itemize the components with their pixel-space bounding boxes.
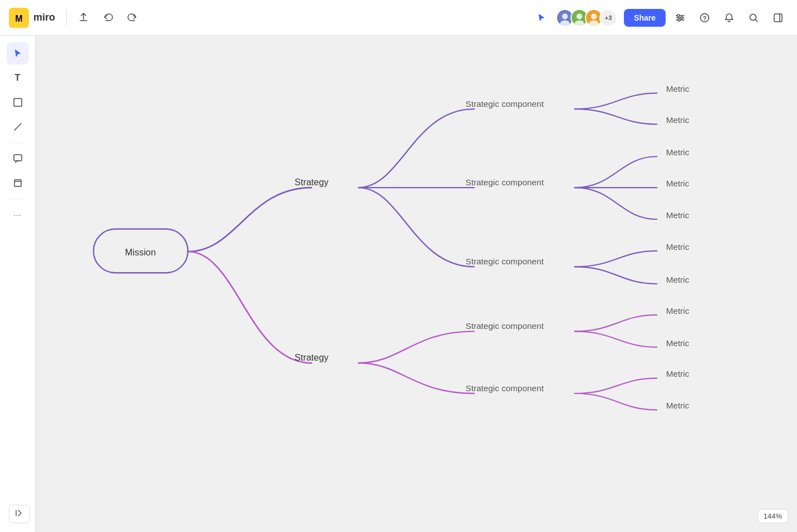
toolbar: M miro — [0, 0, 797, 36]
mission-label: Mission — [125, 247, 156, 257]
svg-rect-26 — [14, 180, 21, 186]
svg-point-9 — [591, 13, 597, 19]
settings-icon — [675, 13, 685, 23]
comment-icon — [13, 154, 23, 164]
svg-rect-23 — [14, 98, 22, 106]
settings-button[interactable] — [670, 8, 690, 28]
text-tool-icon: T — [15, 73, 21, 83]
help-button[interactable]: ? — [695, 8, 715, 28]
line-tool-icon — [13, 122, 23, 132]
svg-line-24 — [14, 124, 21, 130]
mindmap-svg: Mission Strategy Strategy Strategic comp… — [36, 36, 797, 532]
sc2-label: Strategic component — [465, 178, 544, 187]
cursor-tool[interactable] — [7, 42, 29, 65]
metric-10: Metric — [666, 369, 690, 378]
sticky-note-icon — [13, 97, 23, 107]
metric-5: Metric — [666, 210, 690, 220]
zoom-indicator: 144% — [757, 509, 788, 523]
cursor-tool-button[interactable] — [532, 8, 552, 28]
sidebar-separator-1 — [10, 142, 26, 143]
metric-7: Metric — [666, 275, 690, 284]
extra-collaborators-count: +3 — [599, 9, 617, 27]
notifications-button[interactable] — [719, 8, 739, 28]
metric-11: Metric — [666, 401, 690, 410]
miro-logo-icon: M — [9, 8, 29, 28]
redo-icon — [127, 13, 137, 23]
canvas[interactable]: Mission Strategy Strategy Strategic comp… — [36, 36, 797, 532]
metric-2: Metric — [666, 115, 690, 125]
svg-text:?: ? — [703, 14, 707, 21]
svg-point-6 — [577, 13, 583, 19]
logo: M miro — [9, 8, 55, 28]
svg-point-15 — [681, 17, 683, 19]
share-button[interactable]: Share — [624, 9, 666, 27]
more-tools[interactable]: ··· — [7, 204, 29, 226]
svg-point-16 — [678, 19, 680, 21]
sticky-note-tool[interactable] — [7, 91, 29, 114]
svg-rect-25 — [14, 155, 22, 161]
zoom-value: 144% — [764, 512, 782, 520]
cursor-tool-icon — [13, 48, 23, 58]
line-tool[interactable] — [7, 116, 29, 138]
frame-tool[interactable] — [7, 172, 29, 194]
sc4-label: Strategic component — [465, 321, 544, 331]
search-icon — [749, 13, 759, 23]
upload-icon — [78, 13, 88, 23]
metric-8: Metric — [666, 306, 690, 316]
sidebar-separator-2 — [10, 199, 26, 199]
left-sidebar: T ··· — [0, 36, 36, 532]
expand-icon — [15, 509, 24, 518]
toolbar-divider-1 — [66, 10, 67, 26]
undo-button[interactable] — [98, 8, 118, 28]
svg-text:M: M — [15, 14, 22, 23]
logo-text: miro — [33, 12, 55, 23]
toolbar-right: +3 Share ? — [532, 8, 788, 28]
bell-icon — [724, 13, 734, 23]
metric-1: Metric — [666, 84, 690, 93]
strategy2-label: Strategy — [294, 352, 329, 362]
svg-point-14 — [677, 14, 680, 17]
redo-button[interactable] — [122, 8, 142, 28]
more-tools-icon: ··· — [13, 210, 22, 219]
panel-icon — [773, 13, 783, 23]
collaborator-avatars: +3 — [556, 9, 617, 27]
metric-9: Metric — [666, 338, 690, 348]
svg-rect-21 — [774, 14, 782, 22]
sc5-label: Strategic component — [465, 383, 544, 393]
frame-icon — [13, 178, 23, 188]
cursor-icon — [537, 13, 547, 23]
text-tool[interactable]: T — [7, 67, 29, 89]
metric-4: Metric — [666, 179, 690, 188]
metric-6: Metric — [666, 242, 690, 252]
search-button[interactable] — [744, 8, 764, 28]
sc3-label: Strategic component — [465, 257, 544, 266]
strategy1-label: Strategy — [294, 177, 329, 187]
expand-sidebar-button[interactable] — [9, 505, 30, 523]
svg-line-20 — [755, 19, 757, 22]
metric-3: Metric — [666, 147, 690, 157]
sc1-label: Strategic component — [465, 99, 544, 109]
comment-tool[interactable] — [7, 147, 29, 170]
help-icon: ? — [700, 13, 710, 23]
panel-button[interactable] — [768, 8, 788, 28]
svg-point-3 — [562, 13, 568, 19]
upload-button[interactable] — [73, 8, 94, 28]
undo-icon — [103, 13, 113, 23]
